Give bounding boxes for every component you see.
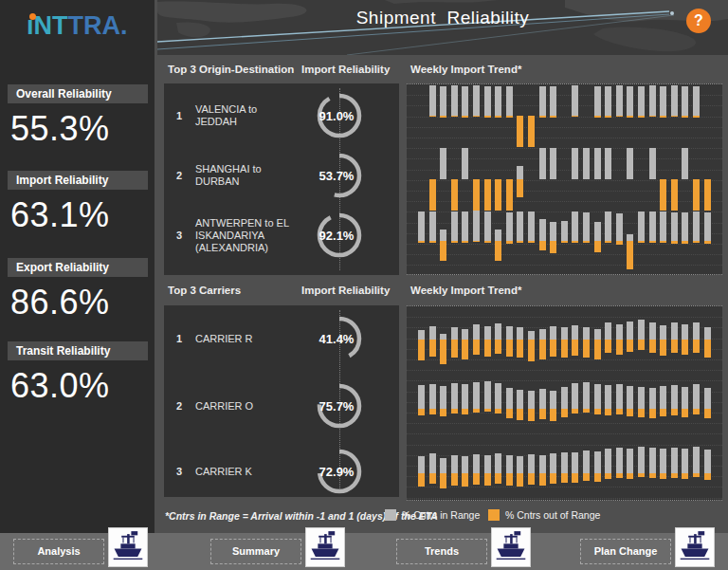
metric-label: Export Reliability bbox=[8, 258, 148, 277]
in-range-bar bbox=[572, 148, 578, 179]
out-of-range-bar bbox=[517, 473, 523, 487]
in-range-bar bbox=[528, 331, 535, 340]
reliability-gauge: 92.1% bbox=[313, 209, 366, 262]
in-range-bar bbox=[473, 211, 480, 241]
in-range-bar bbox=[473, 324, 480, 340]
logo-i: ı bbox=[27, 11, 34, 40]
out-of-range-bar bbox=[561, 340, 568, 358]
out-of-range-bar bbox=[572, 116, 578, 117]
out-of-range-bar bbox=[451, 340, 458, 358]
in-range-bar bbox=[583, 450, 590, 473]
in-range-bar bbox=[616, 85, 623, 116]
in-range-bar bbox=[649, 148, 656, 179]
in-range-bar bbox=[671, 212, 678, 241]
route-row[interactable]: 2 SHANGHAI to DURBAN 53.7% bbox=[164, 147, 399, 204]
in-range-bar bbox=[704, 388, 711, 409]
out-of-range-bar bbox=[616, 473, 623, 478]
out-of-range-bar bbox=[693, 241, 700, 243]
out-of-range-bar bbox=[539, 409, 546, 419]
out-of-range-bar bbox=[693, 116, 700, 118]
carrier-row[interactable]: 1 CARRIER R 41.4% bbox=[164, 310, 399, 367]
in-range-bar bbox=[539, 389, 546, 409]
out-of-range-bar bbox=[495, 340, 501, 354]
in-range-bar bbox=[594, 451, 601, 473]
help-icon[interactable]: ? bbox=[686, 9, 711, 33]
in-range-bar bbox=[429, 453, 436, 473]
rank-label: 2 bbox=[176, 170, 182, 181]
in-range-bar bbox=[638, 211, 645, 241]
in-range-bar bbox=[484, 211, 491, 241]
in-range-bar bbox=[517, 327, 523, 340]
ship-icon bbox=[679, 529, 711, 565]
in-range-bar bbox=[517, 211, 523, 241]
header: Shipment Reliability ? bbox=[157, 0, 728, 55]
in-range-bar bbox=[627, 148, 633, 179]
in-range-bar bbox=[539, 219, 546, 241]
in-range-bar bbox=[429, 326, 436, 340]
carrier-row[interactable]: 3 CARRIER K 72.9% bbox=[164, 443, 399, 500]
in-range-swatch bbox=[385, 509, 396, 521]
out-of-range-bar bbox=[583, 473, 590, 481]
out-of-range-bar bbox=[473, 179, 480, 211]
out-of-range-bar bbox=[660, 179, 666, 211]
out-of-range-bar bbox=[583, 409, 590, 413]
metric-label: Transit Reliability bbox=[8, 341, 148, 360]
nav-analysis-button[interactable]: Analysis bbox=[13, 539, 104, 564]
out-of-range-bar bbox=[418, 409, 425, 415]
in-range-bar bbox=[561, 387, 568, 409]
in-range-bar bbox=[462, 211, 468, 241]
out-of-range-bar bbox=[528, 241, 535, 243]
route-row[interactable]: 1 VALENCIA to JEDDAH 91.0% bbox=[164, 87, 399, 144]
nav-summary-ship-tile[interactable] bbox=[305, 527, 345, 567]
out-of-range-bar bbox=[550, 409, 556, 421]
route-name: VALENCIA to JEDDAH bbox=[195, 103, 300, 128]
out-of-range-bar bbox=[572, 340, 578, 356]
in-range-bar bbox=[594, 86, 601, 116]
nav-trends-button[interactable]: Trends bbox=[396, 539, 487, 564]
in-range-bar bbox=[418, 211, 425, 241]
in-range-bar bbox=[594, 329, 601, 340]
shipment-reliability-dashboard: Shipment Reliability ? ıNTTRA. Overall R… bbox=[0, 0, 728, 570]
out-of-range-bar bbox=[616, 340, 623, 355]
carriers-weekly-trend-chart bbox=[407, 305, 722, 501]
in-range-bar bbox=[572, 85, 578, 116]
in-range-bar bbox=[495, 323, 501, 340]
in-range-bar bbox=[539, 329, 546, 340]
out-of-range-bar bbox=[627, 116, 633, 118]
in-range-bar bbox=[682, 387, 688, 409]
in-range-bar bbox=[462, 86, 468, 116]
carrier-row[interactable]: 2 CARRIER O 75.7% bbox=[164, 377, 399, 434]
out-of-range-bar bbox=[528, 116, 535, 147]
out-of-range-bar bbox=[440, 473, 446, 488]
out-of-range-bar bbox=[451, 179, 458, 211]
out-of-range-bar bbox=[517, 116, 523, 147]
out-of-range-bar bbox=[660, 473, 666, 479]
out-of-range-bar bbox=[495, 179, 501, 211]
out-of-range-bar bbox=[462, 241, 468, 243]
out-of-range-bar bbox=[495, 409, 501, 414]
out-of-range-bar bbox=[484, 179, 491, 211]
nav-trends-ship-tile[interactable] bbox=[491, 527, 531, 567]
out-of-range-bar bbox=[473, 241, 480, 242]
out-of-range-bar bbox=[429, 179, 436, 211]
out-of-range-bar bbox=[495, 473, 501, 484]
in-range-bar bbox=[693, 447, 700, 473]
out-of-range-bar bbox=[539, 473, 546, 486]
nav-plan-change-button[interactable]: Plan Change bbox=[580, 539, 671, 564]
out-of-range-bar bbox=[660, 409, 666, 416]
nav-summary-button[interactable]: Summary bbox=[210, 539, 301, 564]
in-range-bar bbox=[528, 391, 535, 409]
ship-icon bbox=[495, 529, 527, 565]
out-of-range-bar bbox=[462, 409, 468, 414]
nav-analysis-ship-tile[interactable] bbox=[108, 527, 148, 567]
out-of-range-bar bbox=[704, 409, 711, 418]
out-of-range-bar bbox=[418, 473, 425, 487]
in-range-bar bbox=[649, 85, 656, 116]
nav-plan-change-ship-tile[interactable] bbox=[675, 527, 715, 567]
in-range-bar bbox=[583, 212, 590, 241]
route-row[interactable]: 3 ANTWERPEN to EL ISKANDARIYA (ALEXANDRI… bbox=[164, 207, 399, 264]
out-of-range-bar bbox=[484, 409, 491, 412]
out-of-range-bar bbox=[550, 340, 556, 357]
out-of-range-bar bbox=[539, 340, 546, 359]
out-of-range-bar bbox=[539, 116, 546, 118]
